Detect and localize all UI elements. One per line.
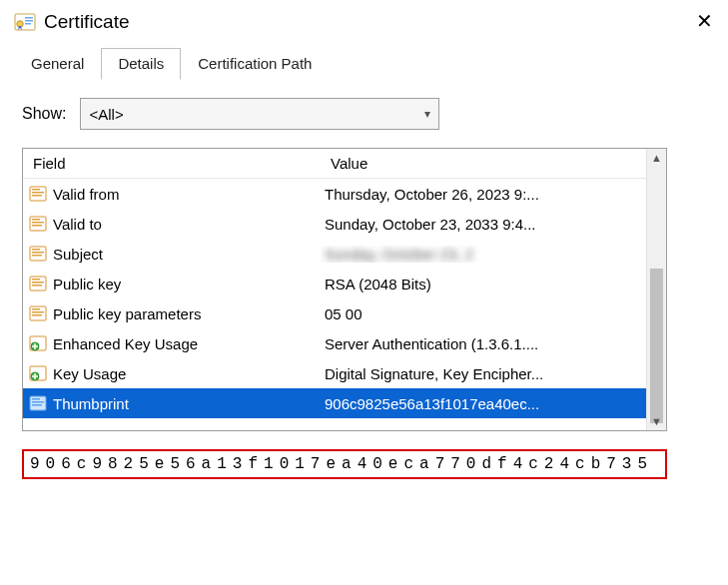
show-filter-value: <All> bbox=[89, 106, 123, 123]
property-icon bbox=[29, 245, 47, 263]
field-value: Digital Signature, Key Encipher... bbox=[321, 365, 646, 382]
svg-rect-19 bbox=[32, 282, 44, 284]
field-label: Valid to bbox=[53, 216, 102, 233]
field-label: Public key parameters bbox=[53, 305, 201, 322]
svg-rect-22 bbox=[32, 308, 40, 310]
field-value: 906c9825e56a13f1017ea40ec... bbox=[321, 395, 646, 412]
property-icon bbox=[29, 185, 47, 203]
titlebar: Certificate ✕ bbox=[0, 0, 728, 46]
tab-details[interactable]: Details bbox=[101, 48, 181, 80]
tab-general[interactable]: General bbox=[14, 48, 101, 80]
extension-icon bbox=[29, 364, 47, 382]
field-label: Key Usage bbox=[53, 365, 126, 382]
property-icon bbox=[29, 215, 47, 233]
field-value: 05 00 bbox=[321, 305, 646, 322]
svg-rect-32 bbox=[32, 404, 42, 406]
fields-listview: Field Value Valid from Thursday, October… bbox=[22, 148, 667, 431]
row-valid-to[interactable]: Valid to Sunday, October 23, 2033 9:4... bbox=[23, 209, 646, 239]
row-public-key[interactable]: Public key RSA (2048 Bits) bbox=[23, 269, 646, 298]
svg-rect-4 bbox=[25, 23, 31, 25]
scroll-thumb[interactable] bbox=[650, 269, 663, 423]
svg-rect-30 bbox=[32, 398, 40, 400]
field-label: Public key bbox=[53, 276, 121, 292]
svg-rect-3 bbox=[25, 20, 33, 22]
svg-rect-31 bbox=[32, 401, 44, 403]
svg-rect-2 bbox=[25, 17, 33, 19]
field-label: Thumbprint bbox=[53, 395, 129, 412]
row-enhanced-key-usage[interactable]: Enhanced Key Usage Server Authentication… bbox=[23, 328, 646, 358]
svg-rect-15 bbox=[32, 252, 44, 254]
tab-certification-path[interactable]: Certification Path bbox=[181, 48, 329, 80]
property-icon bbox=[29, 304, 47, 322]
svg-rect-7 bbox=[32, 192, 44, 194]
field-label: Valid from bbox=[53, 186, 119, 203]
details-tabpage: Show: <All> ▾ Field Value bbox=[0, 80, 728, 479]
certificate-dialog: Certificate ✕ General Details Certificat… bbox=[0, 0, 728, 585]
property-icon bbox=[29, 394, 47, 412]
svg-rect-23 bbox=[32, 311, 44, 313]
row-thumbprint[interactable]: Thumbprint 906c9825e56a13f1017ea40ec... bbox=[23, 388, 646, 418]
field-value: Sunday, October 23, 2 bbox=[321, 246, 646, 263]
field-value: Thursday, October 26, 2023 9:... bbox=[321, 186, 646, 203]
extension-icon bbox=[29, 334, 47, 352]
svg-rect-16 bbox=[32, 255, 42, 257]
list-header: Field Value bbox=[23, 149, 646, 179]
property-icon bbox=[29, 275, 47, 292]
svg-rect-6 bbox=[32, 189, 40, 191]
svg-rect-14 bbox=[32, 249, 40, 251]
field-value: Server Authentication (1.3.6.1.... bbox=[321, 335, 646, 352]
show-filter-row: Show: <All> ▾ bbox=[22, 98, 706, 130]
svg-rect-8 bbox=[32, 195, 42, 197]
svg-rect-11 bbox=[32, 222, 44, 224]
show-label: Show: bbox=[22, 105, 66, 123]
field-label: Subject bbox=[53, 246, 103, 263]
detail-value-panel: 906c9825e56a13f1017ea40eca770df4c24cb735 bbox=[22, 449, 667, 479]
close-icon[interactable]: ✕ bbox=[692, 10, 716, 34]
svg-rect-12 bbox=[32, 225, 42, 227]
svg-rect-20 bbox=[32, 285, 42, 287]
show-filter-combobox[interactable]: <All> ▾ bbox=[80, 98, 439, 130]
row-public-key-parameters[interactable]: Public key parameters 05 00 bbox=[23, 298, 646, 328]
window-title: Certificate bbox=[44, 11, 692, 33]
svg-rect-18 bbox=[32, 279, 40, 281]
scroll-up-icon[interactable]: ▲ bbox=[647, 149, 666, 167]
certificate-icon bbox=[14, 13, 36, 31]
row-key-usage[interactable]: Key Usage Digital Signature, Key Enciphe… bbox=[23, 358, 646, 388]
tab-strip: General Details Certification Path bbox=[0, 46, 728, 80]
chevron-down-icon: ▾ bbox=[424, 107, 430, 121]
svg-rect-10 bbox=[32, 219, 40, 221]
scroll-down-icon[interactable]: ▼ bbox=[647, 412, 666, 430]
list-scrollbar[interactable]: ▲ ▼ bbox=[646, 149, 666, 430]
thumbprint-full-value[interactable]: 906c9825e56a13f1017ea40eca770df4c24cb735 bbox=[22, 449, 667, 479]
row-valid-from[interactable]: Valid from Thursday, October 26, 2023 9:… bbox=[23, 179, 646, 209]
row-subject[interactable]: Subject Sunday, October 23, 2 bbox=[23, 239, 646, 269]
field-value: RSA (2048 Bits) bbox=[321, 276, 646, 292]
column-header-field[interactable]: Field bbox=[23, 155, 321, 172]
column-header-value[interactable]: Value bbox=[321, 155, 646, 172]
field-value: Sunday, October 23, 2033 9:4... bbox=[321, 216, 646, 233]
field-label: Enhanced Key Usage bbox=[53, 335, 198, 352]
svg-rect-24 bbox=[32, 314, 42, 316]
